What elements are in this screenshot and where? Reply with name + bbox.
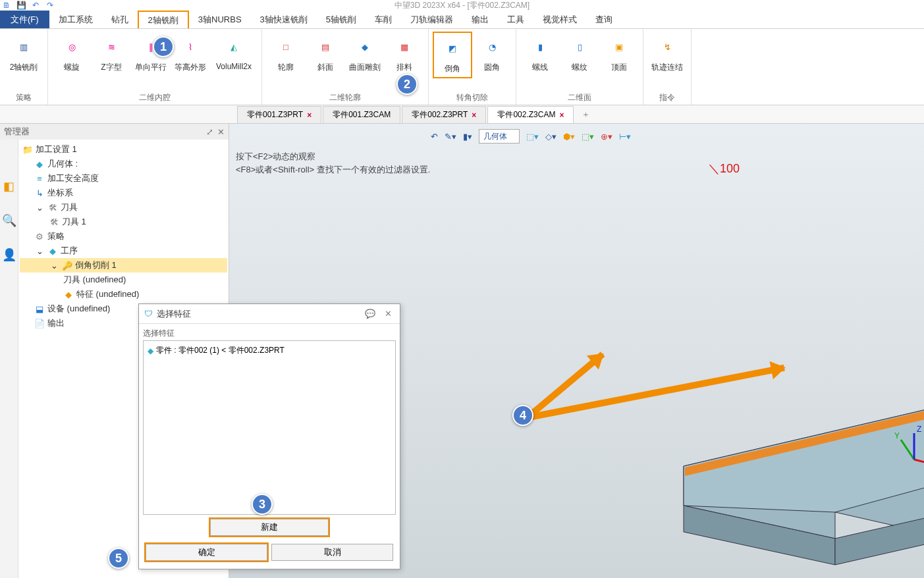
manager-sidestrip: ◧ 🔍 👤	[0, 140, 18, 578]
svg-text:Z: Z	[917, 425, 921, 434]
wire-icon[interactable]: ◇▾	[545, 132, 557, 142]
menu-output[interactable]: 输出	[462, 11, 498, 28]
rbtn-link[interactable]: ↯轨迹连结	[647, 32, 687, 76]
menu-3axis-nurbs[interactable]: 3轴NURBS	[189, 11, 251, 28]
undo-icon[interactable]: ↶	[431, 132, 438, 142]
ribbon-group-corner: ◩倒角 ◔圆角 转角切除	[429, 29, 516, 105]
filter-dropdown[interactable]: 几何体	[479, 129, 520, 144]
output-icon: 📄	[34, 319, 45, 328]
tree-op-feature[interactable]: ◆特征 (undefined)	[20, 287, 227, 302]
user-icon[interactable]: 👤	[2, 248, 16, 262]
close-icon[interactable]: ✕	[382, 309, 394, 319]
callout-2: 2	[396, 74, 418, 95]
doc-tab[interactable]: 零件002.Z3PRT×	[402, 106, 486, 123]
menu-tools[interactable]: 工具	[498, 11, 533, 28]
file-menu[interactable]: 文件(F)	[0, 11, 49, 28]
tree-geom[interactable]: ◆几何体 :	[20, 157, 227, 171]
menu-5axis[interactable]: 5轴铣削	[317, 11, 366, 28]
tree-root[interactable]: 📁加工设置 1	[20, 142, 227, 157]
tree-ops[interactable]: ⌄◆工序	[20, 244, 227, 258]
rbtn-engrave[interactable]: ◆曲面雕刻	[345, 32, 385, 76]
tree-csys[interactable]: ↳坐标系	[20, 186, 227, 200]
volumill-icon: ◭	[221, 34, 246, 59]
menu-2axis-mill[interactable]: 2轴铣削	[138, 11, 189, 28]
list-item[interactable]: ◆零件 : 零件002 (1) < 零件002.Z3PRT	[146, 344, 393, 357]
qat-redo-icon[interactable]: ↷	[43, 0, 57, 11]
measure-icon[interactable]: ⊢▾	[619, 132, 631, 142]
close-icon[interactable]: ×	[559, 111, 564, 120]
dimension-label: ＼100	[708, 161, 740, 176]
tree-tools[interactable]: ⌄🛠刀具	[20, 200, 227, 215]
qat-undo-icon[interactable]: ↶	[29, 0, 42, 11]
rbtn-nest[interactable]: ▦排料	[385, 32, 424, 76]
tree-tool1[interactable]: 🛠刀具 1	[20, 215, 227, 229]
menu-query[interactable]: 查询	[586, 11, 622, 28]
dialog-titlebar[interactable]: 🛡 选择特征 💬 ✕	[139, 304, 400, 324]
ok-button[interactable]: 确定	[146, 544, 267, 561]
ribbon: ▥2轴铣削 策略 ◎螺旋 ≋Z字型 ‖单向平行 ⌇等高外形 ◭VoluMill2…	[0, 29, 924, 105]
menu-visual[interactable]: 视觉样式	[533, 11, 586, 28]
menu-drill[interactable]: 钻孔	[102, 11, 138, 28]
rbtn-ramp[interactable]: ▤斜面	[306, 32, 345, 76]
title-bar: 🗎 💾 ↶ ↷ 中望3D 2023X x64 - [零件002.Z3CAM]	[0, 0, 924, 11]
menu-system[interactable]: 加工系统	[49, 11, 102, 28]
tool-icon: 🛠	[49, 217, 59, 227]
ribbon-group-label: 二维内腔	[48, 90, 261, 105]
doc-tab[interactable]: 零件001.Z3PRT×	[237, 106, 321, 123]
menu-turn[interactable]: 车削	[366, 11, 401, 28]
rbtn-2axis-mill[interactable]: ▥2轴铣削	[4, 32, 43, 76]
new-tab-button[interactable]: ＋	[575, 106, 597, 123]
search-icon[interactable]: 🔍	[2, 213, 16, 228]
close-icon[interactable]: ×	[472, 111, 476, 120]
cube-icon[interactable]: ◧	[3, 179, 14, 194]
rbtn-contour[interactable]: ⌇等高外形	[171, 32, 210, 76]
rbtn-topface[interactable]: ▣顶面	[599, 32, 639, 76]
chevron-down-icon: ⌄	[34, 246, 45, 256]
close-icon[interactable]: ×	[307, 111, 312, 120]
rbtn-profile[interactable]: □轮廓	[266, 32, 306, 76]
axis-icon: ↳	[34, 188, 45, 198]
tree-op-tool[interactable]: 刀具 (undefined)	[20, 273, 227, 287]
rbtn-spiral[interactable]: ◎螺旋	[52, 32, 92, 76]
cube-icon: ◆	[47, 246, 58, 256]
menu-3axis-fast[interactable]: 3轴快速铣削	[251, 11, 317, 28]
collapse-icon[interactable]: ⤢	[206, 127, 213, 137]
feature-listbox[interactable]: ◆零件 : 零件002 (1) < 零件002.Z3PRT	[143, 340, 396, 515]
fillet-icon: ◔	[479, 34, 504, 59]
palette-icon[interactable]: ▮▾	[463, 132, 472, 142]
rbtn-thread[interactable]: ▯螺纹	[560, 32, 599, 76]
tree-strategy[interactable]: ⚙策略	[20, 229, 227, 244]
solid-icon[interactable]: ⬢▾	[563, 132, 575, 142]
rbtn-helix[interactable]: ▮螺线	[520, 32, 560, 76]
mill-icon: ▥	[11, 34, 36, 59]
new-button[interactable]: 新建	[210, 519, 329, 536]
spiral-icon: ◎	[59, 34, 84, 59]
chevron-down-icon: ⌄	[49, 261, 59, 271]
part-icon: ◆	[148, 346, 153, 355]
brush-icon[interactable]: ✎▾	[445, 132, 456, 142]
close-icon[interactable]: ✕	[217, 127, 225, 137]
view-icon[interactable]: ⬚▾	[582, 132, 594, 142]
rbtn-fillet[interactable]: ◔圆角	[472, 32, 512, 76]
menubar: 文件(F) 加工系统 钻孔 2轴铣削 3轴NURBS 3轴快速铣削 5轴铣削 车…	[0, 11, 924, 29]
viewport-hint: 按下<F2>动态的观察 <F8>或者<Shift-roll> 查找下一个有效的过…	[236, 150, 430, 176]
model-view[interactable]: X Y Z	[664, 374, 924, 578]
rbtn-volumill[interactable]: ◭VoluMill2x	[210, 32, 258, 74]
ribbon-group-label: 转角切除	[429, 90, 516, 105]
menu-toolpath-editor[interactable]: 刀轨编辑器	[401, 11, 462, 28]
helix-icon: ▮	[528, 34, 553, 59]
tree-op-chamfer[interactable]: ⌄🔑倒角切削 1	[20, 258, 227, 273]
viewport-toolbar: ↶ ✎▾ ▮▾ 几何体 ⬚▾ ◇▾ ⬢▾ ⬚▾ ⊕▾ ⊢▾	[427, 128, 635, 145]
tree-safeheight[interactable]: ≡加工安全高度	[20, 171, 227, 186]
shield-icon: 🛡	[144, 309, 153, 319]
help-icon[interactable]: 💬	[362, 309, 378, 319]
target-icon[interactable]: ⊕▾	[601, 132, 612, 142]
cancel-button[interactable]: 取消	[271, 544, 393, 561]
rbtn-chamfer[interactable]: ◩倒角	[433, 32, 472, 78]
qat-icon[interactable]: 🗎	[0, 0, 13, 11]
doc-tab-active[interactable]: 零件002.Z3CAM×	[487, 106, 574, 123]
rbtn-zigzag[interactable]: ≋Z字型	[92, 32, 131, 76]
cube-icon[interactable]: ⬚▾	[526, 132, 539, 142]
qat-save-icon[interactable]: 💾	[14, 0, 28, 11]
doc-tab[interactable]: 零件001.Z3CAM	[323, 106, 400, 123]
